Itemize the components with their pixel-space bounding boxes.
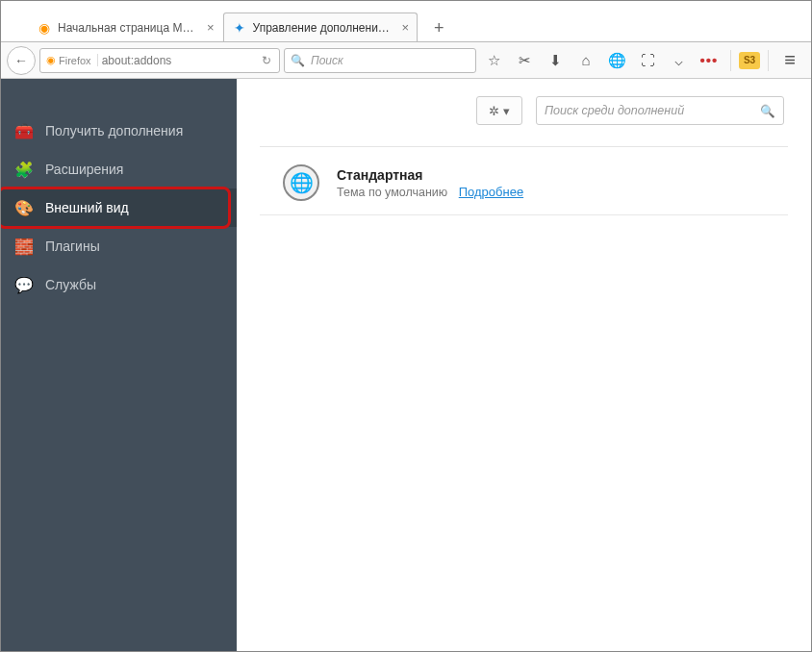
- sidebar-item-label: Плагины: [45, 238, 100, 254]
- cut-button[interactable]: ✂: [511, 47, 538, 74]
- theme-text: Стандартная Тема по умолчанию Подробнее: [337, 167, 523, 199]
- sidebar-item-services[interactable]: 💬 Службы: [1, 265, 237, 304]
- bookmark-button[interactable]: ☆: [480, 47, 507, 74]
- theme-list-item[interactable]: 🌐 Стандартная Тема по умолчанию Подробне…: [260, 161, 788, 215]
- theme-more-link[interactable]: Подробнее: [459, 185, 523, 199]
- tools-menu-button[interactable]: ✲ ▾: [476, 96, 522, 125]
- sidebar-item-label: Расширения: [45, 162, 123, 177]
- addons-toolbar: ✲ ▾ Поиск среди дополнений 🔍: [260, 96, 788, 125]
- chat-icon: 💬: [14, 275, 34, 294]
- chevron-down-icon: ▾: [503, 104, 510, 118]
- search-icon[interactable]: 🔍: [760, 104, 775, 118]
- close-icon[interactable]: ×: [402, 20, 410, 35]
- toolbar-separator: [730, 50, 731, 71]
- back-button[interactable]: ←: [7, 46, 36, 75]
- palette-icon: 🎨: [14, 198, 34, 217]
- url-bar[interactable]: ◉ Firefox about:addons ↻: [39, 48, 280, 73]
- tab-label: Управление дополнения...: [253, 21, 393, 35]
- firefox-icon: ◉: [37, 20, 52, 36]
- identity-label: Firefox: [59, 55, 91, 66]
- firefox-icon: ◉: [46, 54, 56, 66]
- globe-button[interactable]: 🌐: [603, 47, 630, 74]
- tab-strip: ◉ Начальная страница Mo... × ✦ Управлени…: [1, 10, 811, 42]
- more-button[interactable]: •••: [696, 47, 723, 74]
- url-text: about:addons: [102, 54, 172, 67]
- sidebar-item-plugins[interactable]: 🧱 Плагины: [1, 227, 237, 265]
- close-icon[interactable]: ×: [207, 20, 215, 35]
- gear-icon: ✲: [489, 104, 499, 118]
- addon-search-input[interactable]: Поиск среди дополнений 🔍: [536, 96, 784, 125]
- reload-button[interactable]: ↻: [258, 54, 275, 67]
- pocket-button[interactable]: ⌵: [665, 47, 692, 74]
- tab-addons[interactable]: ✦ Управление дополнения... ×: [223, 13, 419, 41]
- search-icon: 🔍: [291, 54, 305, 67]
- brick-icon: 🧱: [14, 237, 34, 256]
- app-menu-button[interactable]: ≡: [776, 47, 803, 74]
- sidebar-item-extensions[interactable]: 🧩 Расширения: [1, 150, 237, 188]
- tab-label: Начальная страница Mo...: [58, 21, 197, 35]
- sidebar-item-label: Внешний вид: [45, 200, 129, 215]
- theme-subtitle: Тема по умолчанию: [337, 186, 447, 199]
- addons-icon: ✦: [232, 20, 247, 36]
- downloads-button[interactable]: ⬇: [542, 47, 569, 74]
- addons-main: ✲ ▾ Поиск среди дополнений 🔍 🌐 Стандартн…: [237, 79, 811, 651]
- search-placeholder: Поиск: [311, 54, 343, 67]
- sidebar-item-label: Службы: [45, 277, 96, 292]
- nav-toolbar: ← ◉ Firefox about:addons ↻ 🔍 Поиск ☆ ✂ ⬇…: [1, 42, 811, 79]
- identity-box[interactable]: ◉ Firefox: [44, 54, 98, 66]
- box-icon: 🧰: [14, 121, 34, 140]
- fullscreen-button[interactable]: ⛶: [634, 47, 661, 74]
- tab-home[interactable]: ◉ Начальная страница Mo... ×: [28, 13, 223, 41]
- toolbar-separator: [768, 50, 769, 71]
- search-bar[interactable]: 🔍 Поиск: [284, 48, 476, 73]
- sidebar-item-label: Получить дополнения: [45, 123, 183, 138]
- puzzle-icon: 🧩: [14, 160, 34, 179]
- addons-sidebar: 🧰 Получить дополнения 🧩 Расширения 🎨 Вне…: [1, 79, 237, 651]
- s3-button[interactable]: S3: [739, 52, 760, 69]
- divider: [260, 146, 788, 147]
- sidebar-item-appearance[interactable]: 🎨 Внешний вид: [1, 188, 237, 227]
- home-button[interactable]: ⌂: [572, 47, 599, 74]
- sidebar-item-get-addons[interactable]: 🧰 Получить дополнения: [1, 112, 237, 150]
- theme-title: Стандартная: [337, 167, 523, 183]
- new-tab-button[interactable]: +: [425, 14, 452, 41]
- addon-search-placeholder: Поиск среди дополнений: [545, 104, 684, 117]
- globe-icon: 🌐: [283, 164, 319, 201]
